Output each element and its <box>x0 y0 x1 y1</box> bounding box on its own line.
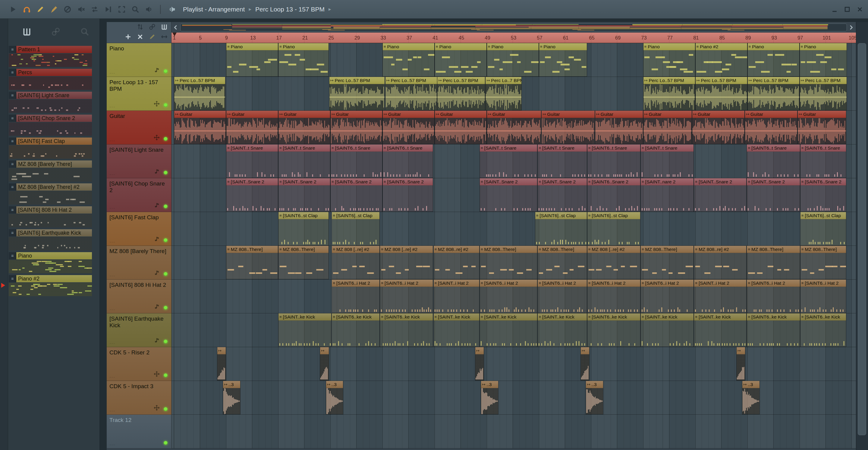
clip[interactable]: ↦Guitar <box>174 111 226 144</box>
scroll-right-button[interactable] <box>847 24 855 31</box>
track-grip[interactable]: ··· <box>110 172 115 177</box>
track-header[interactable]: CDK 5 - Impact 3··· <box>107 381 172 415</box>
clip[interactable]: ↦Guitar <box>278 111 330 144</box>
clip[interactable]: ≡Piano <box>382 43 435 77</box>
pencil-playlist-button[interactable] <box>149 33 156 41</box>
clip[interactable]: ≡Piano #2 <box>695 43 747 77</box>
magnifier-tool-button[interactable] <box>130 3 141 16</box>
clip[interactable]: ≡[SAINT6..ke Kick <box>332 313 380 347</box>
clip[interactable]: ↦Guitar <box>487 111 541 144</box>
clip[interactable]: ≡[SAINT6..Snare 2 <box>587 178 641 212</box>
clip[interactable]: ≡[SAINT6..t Snare <box>587 145 641 178</box>
clip[interactable]: ≡MZ 808 [..re] #2 <box>380 246 433 279</box>
clip[interactable]: ↦Guitar <box>541 111 595 144</box>
clip[interactable]: ↦Perc Lo..57 BPM <box>385 77 437 110</box>
track-header[interactable]: [SAINT6] Fast Clap··· <box>107 212 172 246</box>
zoom-box-tool-button[interactable] <box>116 3 127 16</box>
clip[interactable]: ≡[SAINT6..ke Kick <box>747 313 800 347</box>
picker-item-title-bar[interactable]: ≡Piano #2 <box>9 275 92 282</box>
swap-arrows-tool-button[interactable] <box>89 3 100 16</box>
clip[interactable]: ↦Perc Lo..7 BPM <box>485 77 522 110</box>
clip[interactable]: ↦Guitar <box>692 111 745 144</box>
clip[interactable]: ≡[SAINT..Snare 2 <box>479 178 537 212</box>
track-grip[interactable]: ··· <box>110 409 115 414</box>
picker-item[interactable]: ≡MZ 808 [Barely There] #2 <box>9 183 92 205</box>
track-lane[interactable]: ≡Piano≡Piano≡Piano≡Piano≡Piano≡Piano≡Pia… <box>172 43 856 77</box>
clip[interactable]: ≡[SAINT6]..st Clap <box>587 212 641 245</box>
track-grip[interactable]: ··· <box>110 138 115 144</box>
clip[interactable]: ≡[SAINT6..st Clap <box>278 212 329 245</box>
clip[interactable]: ≡[SAINT6..i Hat 2 <box>332 279 380 313</box>
vertical-scrollbar[interactable] <box>856 22 868 450</box>
clip[interactable]: ↦Guitar <box>330 111 382 144</box>
clip[interactable]: ≡[SAINT..ke Kick <box>479 313 537 347</box>
clip[interactable]: ↦..3 <box>742 381 760 414</box>
track-grip[interactable]: ··· <box>110 374 115 380</box>
scroll-left-button[interactable] <box>172 24 179 31</box>
add-playlist-button[interactable] <box>125 33 131 41</box>
close-button[interactable] <box>854 4 866 14</box>
track-mute-led[interactable] <box>164 441 167 445</box>
slip-tool-button[interactable] <box>62 3 73 16</box>
track-mute-led[interactable] <box>164 407 167 411</box>
track-grip[interactable]: ··· <box>110 341 115 346</box>
clip[interactable]: ↦Guitar <box>643 111 692 144</box>
breadcrumb-item-selection[interactable]: Perc Loop 13 - 157 BPM <box>255 6 324 13</box>
track-header[interactable]: [SAINT6] 808 Hi Hat 2··· <box>107 279 172 313</box>
picker-item[interactable]: ≡Pattern 1 <box>9 46 92 67</box>
clip[interactable]: ≡[SAINT6..ke Kick <box>587 313 641 347</box>
track-lane[interactable]: ≡[SAINT6..i Hat 2≡[SAINT6..i Hat 2≡[SAIN… <box>172 279 856 313</box>
track-lane[interactable]: ↦Perc Lo..57 BPM↦Perc Lo..57 BPM↦Perc Lo… <box>172 77 856 111</box>
clip[interactable]: ≡[SAINT6..ke Kick <box>380 313 433 347</box>
track-mute-led[interactable] <box>164 171 167 175</box>
cut-playlist-button[interactable] <box>137 33 144 41</box>
track-lane[interactable]: ↦Guitar↦Guitar↦Guitar↦Guitar↦Guitar↦Guit… <box>172 111 856 145</box>
updown-arrows-playlist-button[interactable] <box>137 24 144 31</box>
clip[interactable]: ≡[SAINT..i Hat 2 <box>433 279 480 313</box>
track-header[interactable]: Perc Loop 13 - 157 BPM··· <box>107 77 172 111</box>
clip[interactable]: ↦Guitar <box>595 111 643 144</box>
pattern-grid-playlist-button[interactable] <box>161 24 167 31</box>
track-grip[interactable]: ··· <box>110 307 115 312</box>
track-header[interactable]: [SAINT6] Chop Snare 2··· <box>107 178 172 212</box>
clip[interactable]: ≡[SAINT6..Snare 2 <box>330 178 382 212</box>
clip[interactable]: ≡[SAINT6..i Hat 2 <box>479 279 537 313</box>
picker-item[interactable]: ≡Percs <box>9 69 92 90</box>
clip[interactable]: ≡[SAINT..Snare 2 <box>226 178 278 212</box>
picker-item-title-bar[interactable]: ≡Percs <box>9 69 92 76</box>
clip[interactable]: ≡MZ 808..There] <box>641 246 694 279</box>
picker-item[interactable]: ≡[SAINT6] Fast Clap <box>9 138 92 159</box>
picker-item-title-bar[interactable]: ≡[SAINT6] Chop Snare 2 <box>9 115 92 122</box>
track-lane[interactable]: ≡[SAINT..Snare 2≡[SAINT..Snare 2≡[SAINT6… <box>172 178 856 212</box>
clip[interactable]: ↦Guitar <box>382 111 435 144</box>
clip[interactable]: ≡[SAINT6..ke Kick <box>800 313 846 347</box>
clip[interactable]: ≡[SAINT6..i Hat 2 <box>800 279 846 313</box>
magnifier-icon[interactable] <box>80 27 89 36</box>
picker-item[interactable]: ≡[SAINT6] 808 Hi Hat 2 <box>9 206 92 228</box>
clip[interactable]: ≡Piano <box>747 43 800 77</box>
track-lane[interactable]: ≡[SAINT..ke Kick≡[SAINT6..ke Kick≡[SAINT… <box>172 313 856 347</box>
picker-item-title-bar[interactable]: ≡MZ 808 [Barely There] <box>9 160 92 168</box>
clip[interactable]: ↦ <box>320 347 329 381</box>
picker-item-title-bar[interactable]: ≡Pattern 1 <box>9 46 92 53</box>
picker-item[interactable]: ≡[SAINT6] Earthquake Kick <box>9 229 92 251</box>
clip[interactable]: ≡MZ 808..There] <box>747 246 800 279</box>
clip[interactable]: ≡[SAINT..t Snare <box>479 145 537 178</box>
clip[interactable]: ≡Piano <box>435 43 487 77</box>
clip[interactable]: ≡[SAINT6..t Snare <box>330 145 382 178</box>
clip[interactable]: ≡Piano <box>487 43 539 77</box>
clip[interactable]: ≡[SAINT..ke Kick <box>694 313 747 347</box>
minimize-button[interactable] <box>829 4 840 14</box>
picker-item[interactable]: ≡Piano #2 <box>9 275 92 297</box>
track-grip[interactable]: ··· <box>110 104 115 110</box>
track-header[interactable]: Piano··· <box>107 43 172 77</box>
clip[interactable]: ≡Piano <box>800 43 847 77</box>
pencil-tool-button[interactable] <box>35 3 46 16</box>
clip[interactable]: ≡[SAINT..ke Kick <box>278 313 332 347</box>
clip[interactable]: ≡[SAINT..ke Kick <box>433 313 480 347</box>
track-mute-led[interactable] <box>164 205 167 208</box>
clip[interactable]: ≡[SAINT..Snare 2 <box>537 178 587 212</box>
clip[interactable]: ↦Perc Lo..57 BPM <box>800 77 847 110</box>
vertical-scrollbar-handle[interactable] <box>858 43 866 435</box>
clip[interactable]: ≡[SAINT..t Snare <box>278 145 330 178</box>
